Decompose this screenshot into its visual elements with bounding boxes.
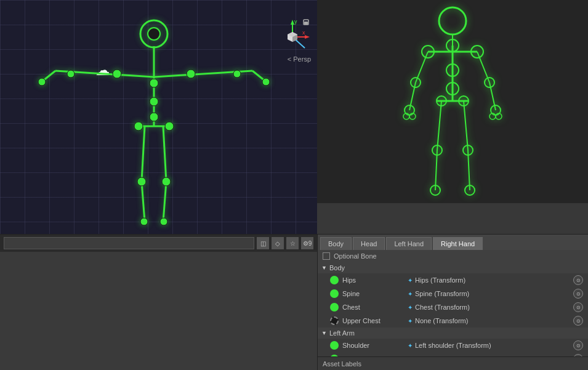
skeleton-preview-figure <box>391 2 514 201</box>
svg-line-18 <box>142 126 145 182</box>
svg-line-19 <box>142 182 145 222</box>
tab-head[interactable]: Head <box>353 237 385 250</box>
tabs-row: Body Head Left Hand Right Hand <box>318 235 588 250</box>
svg-line-51 <box>468 150 470 190</box>
svg-point-28 <box>38 78 46 86</box>
shoulder-mapping: ✦ Left shoulder (Transform) ⊙ <box>408 340 583 350</box>
shoulder-bone-name: Shoulder <box>342 342 404 349</box>
svg-point-37 <box>150 97 158 106</box>
upper-chest-dot <box>330 316 339 325</box>
upper-chest-mapping: ✦ None (Transform) ⊙ <box>408 316 583 326</box>
svg-line-50 <box>464 101 468 150</box>
left-arm-section-arrow: ▼ <box>321 330 327 336</box>
svg-point-30 <box>134 122 143 131</box>
bone-row-spine[interactable]: Spine ✦ Spine (Transform) ⊙ <box>318 287 588 300</box>
chest-bone-name: Chest <box>342 304 404 311</box>
asset-labels-text: Asset Labels <box>323 360 361 368</box>
upper-chest-transform-name: None (Transform) <box>415 317 571 324</box>
bone-row-chest[interactable]: Chest ✦ Chest (Transform) ⊙ <box>318 300 588 314</box>
svg-point-31 <box>165 122 174 131</box>
spine-transform-name: Spine (Transform) <box>415 290 571 297</box>
bone-row-shoulder[interactable]: Shoulder ✦ Left shoulder (Transform) ⊙ <box>318 339 588 352</box>
left-arm-section-label: Left Arm <box>329 329 355 337</box>
spine-select-btn[interactable]: ⊙ <box>573 289 583 299</box>
svg-text:x: x <box>302 30 305 36</box>
hips-dot <box>330 276 339 284</box>
star-icon-btn[interactable]: ☆ <box>286 237 299 249</box>
svg-point-36 <box>150 79 158 87</box>
optional-bone-checkbox[interactable] <box>323 252 330 260</box>
bottom-left-panel: ◫ ◇ ☆ ⚙9 <box>0 234 317 370</box>
top-row: y x < Persp <box>0 0 588 234</box>
skeleton-preview <box>317 0 588 203</box>
svg-point-27 <box>233 70 241 78</box>
hips-select-btn[interactable]: ⊙ <box>573 275 583 285</box>
viewport-3d: y x < Persp <box>0 0 317 234</box>
search-icon-group: ◫ ◇ ☆ ⚙9 <box>257 237 313 249</box>
chest-select-btn[interactable]: ⊙ <box>573 302 583 312</box>
svg-rect-8 <box>304 22 308 25</box>
section-header-body[interactable]: ▼ Body <box>318 262 588 273</box>
bone-mapping-panel: Body Head Left Hand Right Hand Optional … <box>317 234 588 370</box>
svg-point-24 <box>113 70 121 78</box>
svg-point-23 <box>148 28 160 40</box>
svg-line-49 <box>435 150 437 190</box>
chest-transform-name: Chest (Transform) <box>415 304 571 311</box>
body-section-label: Body <box>329 264 345 271</box>
svg-point-35 <box>160 218 167 225</box>
chest-transform-icon: ✦ <box>408 304 413 311</box>
svg-point-25 <box>187 70 195 78</box>
app-root: y x < Persp <box>0 0 588 370</box>
skeleton-3d-figure <box>37 3 271 231</box>
svg-line-48 <box>437 101 441 150</box>
spine-transform-icon: ✦ <box>408 291 413 297</box>
svg-line-21 <box>163 182 166 222</box>
upper-chest-select-btn[interactable]: ⊙ <box>573 316 583 326</box>
spine-dot <box>330 289 339 298</box>
shoulder-transform-name: Left shoulder (Transform) <box>415 342 571 349</box>
chest-dot <box>330 303 339 312</box>
svg-point-39 <box>439 7 466 34</box>
right-panel <box>317 0 588 234</box>
asset-labels-bar: Asset Labels <box>318 356 588 370</box>
optional-bone-row: Optional Bone <box>318 250 588 262</box>
section-header-left-arm[interactable]: ▼ Left Arm <box>318 328 588 339</box>
svg-marker-4 <box>305 35 310 39</box>
shoulder-transform-icon: ✦ <box>408 342 413 349</box>
diamond-icon-btn[interactable]: ◇ <box>272 237 284 249</box>
hips-bone-name: Hips <box>342 276 404 284</box>
filter-icon-btn[interactable]: ◫ <box>257 237 269 249</box>
search-bar: ◫ ◇ ☆ ⚙9 <box>0 235 317 252</box>
gear-icon-btn[interactable]: ⚙9 <box>301 237 313 249</box>
tab-body[interactable]: Body <box>320 237 352 250</box>
bone-list: ▼ Body Hips ✦ Hips (Transform) ⊙ S <box>318 262 588 356</box>
svg-point-38 <box>150 113 158 121</box>
shoulder-select-btn[interactable]: ⊙ <box>573 340 583 350</box>
optional-bone-label: Optional Bone <box>334 252 377 260</box>
bone-row-upper-chest[interactable]: Upper Chest ✦ None (Transform) ⊙ <box>318 314 588 328</box>
upper-chest-bone-name: Upper Chest <box>342 317 404 324</box>
bone-row-upper-arm[interactable]: Upper Arm ✦ Left arm (Transform) ⊙ <box>318 352 588 356</box>
upper-chest-transform-icon: ✦ <box>408 318 413 324</box>
svg-point-32 <box>137 177 146 186</box>
svg-point-34 <box>140 218 148 225</box>
persp-label: < Persp <box>288 55 311 63</box>
svg-line-20 <box>163 126 166 182</box>
hips-transform-icon: ✦ <box>408 277 413 284</box>
svg-point-29 <box>262 78 270 86</box>
chest-mapping: ✦ Chest (Transform) ⊙ <box>408 302 583 312</box>
bone-row-hips[interactable]: Hips ✦ Hips (Transform) ⊙ <box>318 273 588 287</box>
spine-mapping: ✦ Spine (Transform) ⊙ <box>408 289 583 299</box>
svg-point-26 <box>67 70 75 78</box>
tab-left-hand[interactable]: Left Hand <box>386 237 432 250</box>
bottom-row: ◫ ◇ ☆ ⚙9 Body Head Left Hand <box>0 234 588 370</box>
body-section-arrow: ▼ <box>321 265 327 271</box>
hips-mapping: ✦ Hips (Transform) ⊙ <box>408 275 583 285</box>
viewport-gizmo: y x <box>274 18 311 55</box>
hips-transform-name: Hips (Transform) <box>415 276 571 284</box>
search-input[interactable] <box>4 237 254 249</box>
spine-bone-name: Spine <box>342 290 404 297</box>
shoulder-dot <box>330 341 339 350</box>
svg-text:y: y <box>294 18 297 25</box>
tab-right-hand[interactable]: Right Hand <box>433 237 483 250</box>
